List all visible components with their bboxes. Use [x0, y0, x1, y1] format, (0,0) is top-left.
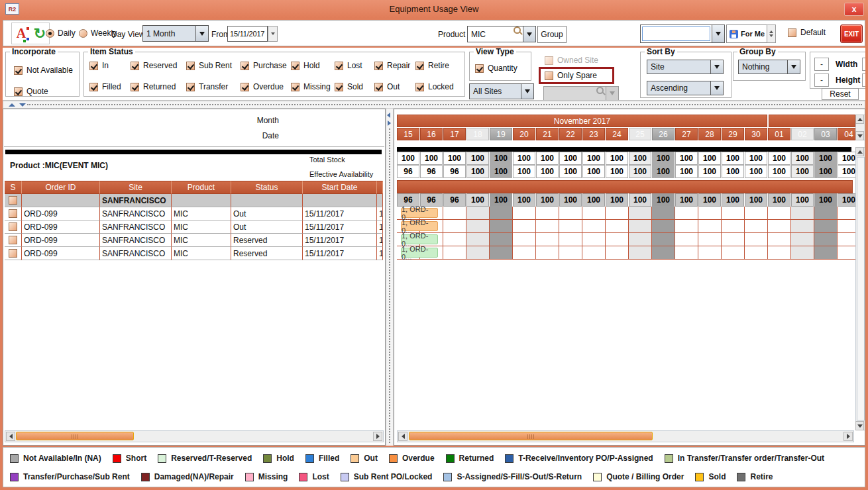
- booking-cell-25[interactable]: [629, 220, 652, 233]
- booking-cell-28[interactable]: [698, 207, 722, 220]
- checkbox-locked-box[interactable]: [415, 83, 424, 91]
- checkbox-default-box[interactable]: [788, 28, 796, 37]
- column-header-order-id[interactable]: Order ID: [22, 181, 100, 194]
- column-header-site[interactable]: Site: [100, 181, 172, 194]
- booking-cell-21[interactable]: [536, 220, 559, 233]
- search-icon[interactable]: [514, 26, 521, 34]
- booking-cell-03[interactable]: [814, 246, 838, 260]
- booking-cell-17[interactable]: [443, 233, 466, 246]
- row-checkbox[interactable]: [9, 222, 17, 231]
- checkbox-transfer-box[interactable]: [186, 83, 195, 91]
- column-header-product[interactable]: Product: [172, 181, 231, 194]
- radio-weekly-circle[interactable]: [79, 29, 87, 38]
- booking-cell-30[interactable]: [745, 207, 768, 220]
- day-cell-21[interactable]: 21: [536, 128, 559, 140]
- booking-cell-27[interactable]: [675, 207, 698, 220]
- row-checkbox[interactable]: [9, 249, 17, 258]
- booking-cell-25[interactable]: [629, 233, 652, 246]
- saved-view-dropdown-icon[interactable]: [712, 25, 724, 42]
- product-dropdown-icon[interactable]: [523, 26, 535, 42]
- sites-select[interactable]: All Sites: [469, 83, 534, 99]
- checkbox-locked[interactable]: Locked: [415, 82, 461, 91]
- splitter-down-icon[interactable]: [19, 103, 26, 107]
- booking-cell-17[interactable]: [443, 207, 466, 220]
- group-by-dropdown-icon[interactable]: [787, 60, 800, 74]
- booking-cell-21[interactable]: [536, 233, 559, 246]
- booking-cell-27[interactable]: [675, 220, 698, 233]
- orders-hscrollbar[interactable]: [5, 430, 384, 442]
- row-checkbox-cell[interactable]: [5, 207, 22, 220]
- day-cell-02[interactable]: 02: [791, 128, 814, 140]
- table-row[interactable]: ORD-099SANFRANCISCOMICOut15/11/20171: [5, 220, 383, 234]
- checkbox-default[interactable]: Default: [788, 28, 826, 37]
- day-cell-04[interactable]: 04: [838, 128, 855, 140]
- booking-cell-03[interactable]: [814, 220, 838, 233]
- close-button[interactable]: x: [844, 3, 864, 16]
- checkbox-missing-box[interactable]: [291, 83, 299, 91]
- booking-cell-30[interactable]: [745, 233, 768, 246]
- checkbox-owned-site[interactable]: Owned Site: [545, 56, 598, 65]
- checkbox-quantity[interactable]: Quantity: [475, 64, 517, 73]
- booking-cell-18[interactable]: [466, 207, 490, 220]
- calendar-vscrollbar[interactable]: [855, 147, 865, 430]
- day-cell-24[interactable]: 24: [606, 128, 628, 140]
- checkbox-only-spare[interactable]: Only Spare: [545, 71, 597, 80]
- booking-cell-30[interactable]: [745, 220, 768, 233]
- sort-direction-dropdown-icon[interactable]: [710, 81, 723, 95]
- splitter-up-icon[interactable]: [9, 103, 15, 107]
- checkbox-only-spare-box[interactable]: [545, 72, 553, 80]
- day-cell-03[interactable]: 03: [814, 128, 837, 140]
- booking-cell-20[interactable]: [513, 207, 536, 220]
- booking-cell-19[interactable]: [490, 207, 513, 220]
- checkbox-not-available-box[interactable]: [14, 66, 23, 75]
- checkbox-sold[interactable]: Sold: [335, 82, 374, 91]
- booking-cell-22[interactable]: [559, 233, 582, 246]
- booking-cell-20[interactable]: [513, 246, 536, 260]
- product-search-combo[interactable]: MIC: [467, 26, 536, 42]
- booking-cell-19[interactable]: [490, 233, 513, 246]
- booking-cell-26[interactable]: [652, 246, 675, 260]
- saved-view-combo[interactable]: [640, 24, 725, 43]
- checkbox-overdue[interactable]: Overdue: [241, 82, 291, 91]
- booking-row[interactable]: 1, ORD-0...: [397, 207, 855, 220]
- sort-field-dropdown-icon[interactable]: [710, 60, 723, 74]
- checkbox-purchase-box[interactable]: [241, 62, 249, 70]
- checkbox-owned-site-box[interactable]: [545, 56, 553, 65]
- booking-cell-04[interactable]: [838, 207, 855, 220]
- booking-cell-02[interactable]: [791, 246, 814, 260]
- booking-cell-28[interactable]: [698, 233, 722, 246]
- column-header-status[interactable]: Status: [231, 181, 303, 194]
- booking-cell-01[interactable]: [768, 220, 791, 233]
- group-by-select[interactable]: Nothing: [738, 60, 800, 74]
- day-cell-29[interactable]: 29: [722, 128, 744, 140]
- booking-cell-19[interactable]: [490, 246, 513, 260]
- booking-cell-04[interactable]: [838, 220, 855, 233]
- table-row[interactable]: ORD-099SANFRANCISCOMICOut15/11/20171: [5, 207, 383, 220]
- header-scroll-down-button[interactable]: [855, 131, 864, 140]
- radio-daily-circle[interactable]: [46, 29, 54, 38]
- table-row[interactable]: ORD-099SANFRANCISCOMICReserved15/11/2017…: [5, 234, 383, 247]
- booking-cell-18[interactable]: [466, 220, 490, 233]
- booking-cell-01[interactable]: [768, 246, 791, 260]
- day-cell-26[interactable]: 26: [652, 128, 675, 140]
- day-cell-18[interactable]: 18: [466, 128, 489, 140]
- booking-cell-23[interactable]: [582, 233, 606, 246]
- checkbox-missing[interactable]: Missing: [291, 82, 335, 91]
- scroll-left-button[interactable]: [6, 432, 15, 441]
- vertical-splitter[interactable]: [386, 109, 394, 446]
- booking-cell-21[interactable]: [536, 207, 559, 220]
- exit-button[interactable]: EXIT: [840, 24, 863, 43]
- booking-cell-20[interactable]: [513, 233, 536, 246]
- booking-cell-18[interactable]: [466, 233, 490, 246]
- checkbox-in-box[interactable]: [89, 62, 98, 70]
- day-cell-23[interactable]: 23: [582, 128, 605, 140]
- checkbox-lost-box[interactable]: [335, 62, 343, 70]
- for-me-button[interactable]: For Me: [726, 24, 767, 43]
- cal-scroll-right-button[interactable]: [843, 432, 853, 441]
- booking-cell-23[interactable]: [582, 207, 606, 220]
- checkbox-sub-rent[interactable]: Sub Rent: [186, 61, 241, 70]
- day-cell-19[interactable]: 19: [490, 128, 512, 140]
- booking-cell-28[interactable]: [698, 246, 722, 260]
- header-scroll-up-button[interactable]: [855, 115, 864, 124]
- checkbox-hold-box[interactable]: [291, 62, 299, 70]
